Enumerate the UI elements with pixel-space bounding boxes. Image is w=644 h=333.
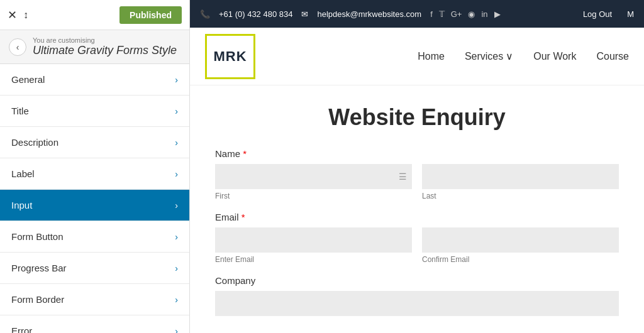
last-name-col: Last bbox=[422, 164, 619, 200]
menu-item-label: Error bbox=[11, 325, 32, 333]
menu-item-label: Input bbox=[11, 200, 32, 210]
customizing-title: Ultimate Gravity Forms Style bbox=[33, 44, 177, 57]
menu-item-label: Form Button bbox=[11, 231, 64, 242]
menu-item-title[interactable]: Title › bbox=[0, 96, 189, 127]
logout-button[interactable]: Log Out bbox=[583, 9, 612, 19]
chevron-right-icon: › bbox=[175, 263, 178, 273]
menu-item-form-button[interactable]: Form Button › bbox=[0, 221, 189, 253]
required-star: * bbox=[239, 212, 245, 222]
nav-links: Home Services ∨ Our Work Course bbox=[418, 50, 629, 62]
name-field-row: ☰ First Last bbox=[215, 164, 619, 200]
chevron-right-icon: › bbox=[175, 200, 178, 210]
menu-item-label: General bbox=[11, 74, 45, 85]
sort-button[interactable]: ↕ bbox=[23, 9, 28, 21]
menu-item-label: Progress Bar bbox=[11, 263, 67, 273]
enter-email-input[interactable] bbox=[215, 227, 412, 253]
company-label: Company bbox=[215, 275, 619, 286]
name-field-group: Name * ☰ First Last bbox=[215, 148, 619, 200]
last-name-sublabel: Last bbox=[422, 192, 619, 200]
phone-number: +61 (0) 432 480 834 bbox=[219, 9, 292, 19]
chevron-right-icon: › bbox=[175, 169, 178, 179]
menu-item-label: Label bbox=[11, 168, 35, 179]
enter-email-sublabel: Enter Email bbox=[215, 255, 412, 264]
site-logo: MRK bbox=[205, 34, 255, 79]
last-name-input[interactable] bbox=[422, 164, 619, 189]
email-label: Email * bbox=[215, 212, 619, 222]
twitter-icon: 𝕋 bbox=[439, 9, 445, 19]
chevron-right-icon: › bbox=[175, 326, 178, 334]
company-input[interactable] bbox=[215, 291, 619, 316]
confirm-email-input[interactable] bbox=[422, 227, 619, 253]
chevron-right-icon: › bbox=[175, 295, 178, 305]
menu-item-label: Form Border bbox=[11, 294, 64, 305]
nav-our-work[interactable]: Our Work bbox=[533, 51, 576, 62]
form-title: Website Enquiry bbox=[215, 104, 619, 131]
menu-item-label[interactable]: Label › bbox=[0, 158, 189, 190]
chevron-right-icon: › bbox=[175, 75, 178, 85]
form-section: Website Enquiry Name * ☰ First Last bbox=[215, 104, 619, 316]
name-label: Name * bbox=[215, 148, 619, 159]
youtube-icon: ▶ bbox=[494, 9, 501, 19]
nav-services-label: Services bbox=[465, 51, 503, 62]
menu-item-error[interactable]: Error › bbox=[0, 315, 189, 333]
confirm-email-col: Confirm Email bbox=[422, 227, 619, 264]
chevron-right-icon: › bbox=[175, 106, 178, 116]
site-topbar: 📞 +61 (0) 432 480 834 ✉ helpdesk@mrkwebs… bbox=[190, 0, 644, 28]
customizing-helper: You are customising bbox=[33, 36, 177, 44]
facebook-icon: f bbox=[430, 9, 433, 19]
enter-email-col: Enter Email bbox=[215, 227, 412, 264]
customizing-bar: ‹ You are customising Ultimate Gravity F… bbox=[0, 30, 189, 64]
first-name-col: ☰ First bbox=[215, 164, 412, 200]
chevron-right-icon: › bbox=[175, 138, 178, 148]
site-nav: MRK Home Services ∨ Our Work Course bbox=[190, 28, 644, 85]
menu-item-general[interactable]: General › bbox=[0, 64, 189, 96]
gplus-icon: G+ bbox=[451, 9, 462, 19]
menu-item-description[interactable]: Description › bbox=[0, 127, 189, 158]
nav-course[interactable]: Course bbox=[596, 51, 629, 62]
nav-home[interactable]: Home bbox=[418, 51, 445, 62]
input-list-icon: ☰ bbox=[399, 172, 407, 182]
first-name-input[interactable]: ☰ bbox=[215, 164, 412, 189]
email-address: helpdesk@mrkwebsites.com bbox=[317, 9, 421, 19]
email-field-group: Email * Enter Email Confirm Email bbox=[215, 212, 619, 264]
menu-item-form-border[interactable]: Form Border › bbox=[0, 284, 189, 315]
email-icon: ✉ bbox=[301, 9, 308, 19]
menu-item-input[interactable]: Input › bbox=[0, 190, 189, 221]
first-name-sublabel: First bbox=[215, 192, 412, 200]
customizer-panel: ✕ ↕ Published ‹ You are customising Ulti… bbox=[0, 0, 190, 333]
menu-item-label: Description bbox=[11, 137, 58, 148]
back-button[interactable]: ‹ bbox=[9, 38, 26, 56]
chevron-right-icon: › bbox=[175, 232, 178, 242]
menu-item-label: Title bbox=[11, 106, 29, 116]
social-icons: f 𝕋 G+ ◉ in ▶ bbox=[430, 9, 500, 19]
more-label: M bbox=[627, 9, 634, 19]
email-field-row: Enter Email Confirm Email bbox=[215, 227, 619, 264]
menu-item-progress-bar[interactable]: Progress Bar › bbox=[0, 253, 189, 284]
company-field-group: Company bbox=[215, 275, 619, 316]
close-button[interactable]: ✕ bbox=[8, 8, 17, 22]
published-button[interactable]: Published bbox=[119, 6, 182, 24]
required-star: * bbox=[240, 148, 247, 159]
rss-icon: ◉ bbox=[468, 9, 475, 19]
services-dropdown-icon: ∨ bbox=[506, 50, 513, 62]
site-content: Website Enquiry Name * ☰ First Last bbox=[190, 85, 644, 333]
menu-list: General › Title › Description › Label › … bbox=[0, 64, 189, 333]
customizing-info: You are customising Ultimate Gravity For… bbox=[33, 36, 177, 57]
linkedin-icon: in bbox=[481, 9, 487, 19]
nav-services[interactable]: Services ∨ bbox=[465, 50, 513, 62]
logo-text: MRK bbox=[213, 48, 247, 65]
site-preview: 📞 +61 (0) 432 480 834 ✉ helpdesk@mrkwebs… bbox=[190, 0, 644, 333]
phone-icon: 📞 bbox=[200, 9, 210, 19]
top-bar: ✕ ↕ Published bbox=[0, 0, 189, 30]
confirm-email-sublabel: Confirm Email bbox=[422, 255, 619, 264]
